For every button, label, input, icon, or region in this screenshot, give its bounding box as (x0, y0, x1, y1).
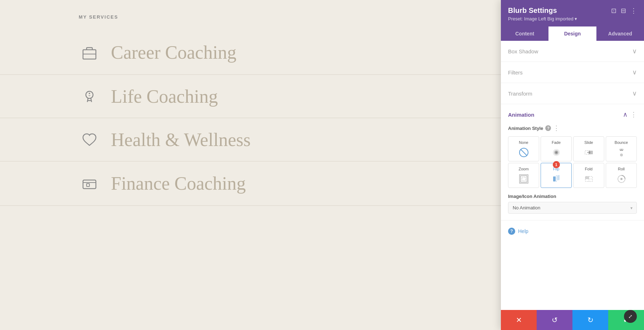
anim-none-label: None (519, 140, 528, 145)
box-shadow-toggle-icon: ∨ (632, 47, 637, 55)
image-icon-select[interactable]: No Animation Fade Slide Bounce Zoom Flip (508, 202, 637, 214)
tab-content[interactable]: Content (501, 26, 548, 41)
svg-rect-17 (521, 176, 527, 182)
style-more-icon[interactable]: ⋮ (553, 124, 560, 132)
bottom-toolbar: ✕ ↺ ↻ ✔ (501, 310, 644, 330)
tab-advanced[interactable]: Advanced (596, 26, 644, 41)
flip-badge: 1 (553, 161, 560, 168)
anim-zoom-icon (518, 173, 530, 185)
resize-icon[interactable]: ⊡ (611, 7, 616, 15)
life-icon (79, 86, 100, 107)
animation-grid: None Fade (508, 136, 637, 188)
anim-bounce-label: Bounce (615, 140, 628, 145)
anim-zoom[interactable]: Zoom (508, 163, 539, 188)
undo-button[interactable]: ↺ (537, 310, 572, 330)
anim-bounce-icon (616, 147, 627, 158)
image-icon-section: Image/Icon Animation No Animation Fade S… (508, 194, 637, 214)
cancel-button[interactable]: ✕ (501, 310, 537, 330)
panel-header-icons: ⊡ ⊟ ⋮ (611, 7, 637, 15)
image-icon-label: Image/Icon Animation (508, 194, 637, 199)
svg-rect-16 (522, 177, 526, 181)
svg-point-25 (620, 178, 623, 180)
svg-rect-23 (585, 176, 589, 179)
drag-handle-icon: ⤢ (628, 314, 633, 320)
anim-slide[interactable]: Slide (573, 136, 604, 161)
animation-more-icon[interactable]: ⋮ (630, 111, 637, 118)
animation-header: Animation ∧ ⋮ (508, 111, 637, 118)
anim-fade[interactable]: Fade (541, 136, 572, 161)
anim-none[interactable]: None (508, 136, 539, 161)
anim-none-icon (518, 147, 530, 158)
anim-slide-icon (583, 147, 595, 158)
style-label-text: Animation Style (508, 126, 543, 131)
transform-toggle-icon: ∨ (632, 89, 637, 97)
svg-line-9 (521, 149, 527, 156)
svg-point-15 (620, 154, 623, 156)
anim-fold-icon (583, 173, 595, 185)
anim-flip[interactable]: 1 Flip (541, 163, 572, 188)
transform-section: Transform ∨ (501, 83, 644, 104)
svg-point-12 (555, 151, 557, 154)
panel-body: Box Shadow ∨ Filters ∨ Transform ∨ Anima… (501, 41, 644, 310)
anim-fade-icon (551, 147, 562, 158)
svg-rect-19 (553, 176, 556, 181)
panel-tabs: Content Design Advanced (501, 26, 644, 41)
anim-slide-label: Slide (584, 140, 593, 145)
drag-handle[interactable]: ⤢ (624, 310, 637, 323)
anim-roll-icon (616, 173, 627, 185)
filters-header[interactable]: Filters ∨ (508, 68, 637, 76)
transform-label: Transform (508, 91, 532, 97)
panel-header-top: Blurb Settings ⊡ ⊟ ⋮ (508, 6, 637, 15)
box-shadow-label: Box Shadow (508, 48, 538, 54)
animation-label: Animation (508, 112, 534, 118)
anim-fade-label: Fade (552, 140, 561, 145)
box-shadow-header[interactable]: Box Shadow ∨ (508, 47, 637, 55)
filters-toggle-icon: ∨ (632, 68, 637, 76)
panel-header: Blurb Settings ⊡ ⊟ ⋮ Preset: Image Left … (501, 0, 644, 26)
svg-rect-20 (557, 175, 560, 180)
svg-rect-6 (87, 184, 89, 186)
animation-help-icon[interactable]: ? (545, 125, 551, 131)
style-label-row: Animation Style ? ⋮ (508, 124, 637, 132)
image-icon-select-wrapper: No Animation Fade Slide Bounce Zoom Flip (508, 202, 637, 214)
filters-label: Filters (508, 69, 523, 76)
animation-collapse-icon[interactable]: ∧ (623, 111, 628, 118)
panel-title: Blurb Settings (508, 6, 557, 15)
anim-fold-label: Fold (585, 167, 592, 171)
redo-button[interactable]: ↻ (572, 310, 608, 330)
panel-preset[interactable]: Preset: Image Left Big imported ▾ (508, 16, 637, 26)
anim-roll-label: Roll (618, 167, 625, 171)
help-section: ? Help (501, 220, 644, 242)
anim-roll[interactable]: Roll (606, 163, 637, 188)
transform-header[interactable]: Transform ∨ (508, 89, 637, 97)
settings-panel: Blurb Settings ⊡ ⊟ ⋮ Preset: Image Left … (501, 0, 644, 330)
anim-bounce[interactable]: Bounce (606, 136, 637, 161)
help-text[interactable]: Help (518, 228, 528, 234)
finance-icon (79, 173, 100, 194)
anim-flip-icon (551, 173, 562, 185)
animation-section: Animation ∧ ⋮ Animation Style ? ⋮ None (501, 104, 644, 220)
tab-design[interactable]: Design (548, 26, 596, 41)
anim-fold[interactable]: Fold (573, 163, 604, 188)
svg-point-2 (86, 91, 93, 98)
filters-section: Filters ∨ (501, 62, 644, 83)
columns-icon[interactable]: ⊟ (621, 7, 626, 15)
animation-header-right: ∧ ⋮ (623, 111, 637, 118)
help-circle-icon[interactable]: ? (508, 228, 515, 235)
more-icon[interactable]: ⋮ (630, 7, 637, 15)
career-icon (79, 42, 100, 63)
anim-zoom-label: Zoom (518, 167, 528, 171)
health-icon (79, 129, 100, 150)
box-shadow-section: Box Shadow ∨ (501, 41, 644, 62)
svg-point-4 (89, 93, 90, 94)
